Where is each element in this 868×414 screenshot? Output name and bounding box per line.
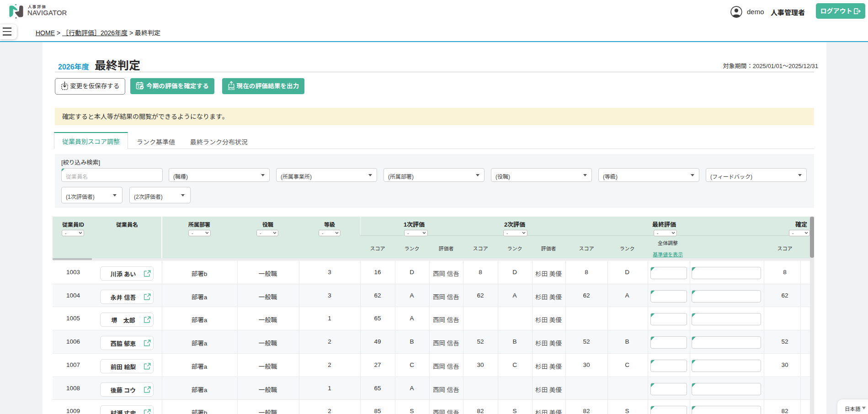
svg-text:XLSX: XLSX <box>228 88 234 90</box>
